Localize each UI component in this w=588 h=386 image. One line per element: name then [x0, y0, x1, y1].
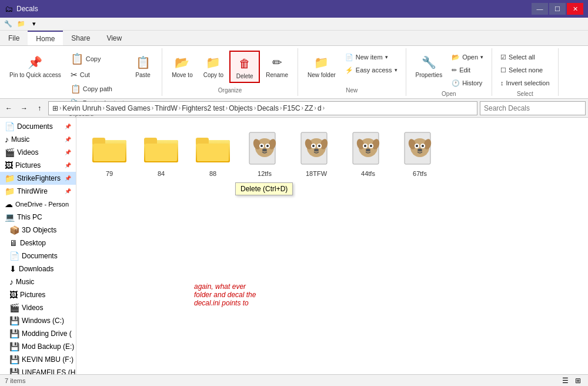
new-folder-icon: 📁 [312, 53, 331, 72]
close-button[interactable]: ✕ [567, 3, 583, 15]
breadcrumb-kevin[interactable]: Kevin Unruh [62, 104, 101, 112]
gimp-icon-67tfs [401, 130, 439, 168]
title-bar: 🗂 Decals — ☐ ✕ [0, 0, 588, 18]
copy-path-button[interactable]: 📋 Copy path [67, 82, 128, 95]
svg-rect-3 [93, 144, 125, 161]
minimize-button[interactable]: — [532, 3, 548, 15]
breadcrumb-d[interactable]: d [318, 104, 322, 112]
qa-dropdown[interactable]: ▾ [28, 18, 40, 30]
sidebar-item-videos-pinned[interactable]: 🎬 Videos 📌 [0, 146, 76, 159]
videos-icon: 🎬 [5, 148, 15, 157]
breadcrumb-decals[interactable]: Decals [257, 104, 279, 112]
select-all-button[interactable]: ☑ Select all [497, 51, 553, 64]
copy-icon: 📋 [71, 52, 83, 65]
file-name-67tfs: 67tfs [413, 170, 427, 177]
move-icon: 📂 [173, 53, 192, 72]
tab-view[interactable]: View [98, 31, 130, 45]
file-item-79[interactable]: 79 [86, 127, 133, 180]
sidebar-item-3dobjects[interactable]: 📦 3D Objects [0, 224, 76, 237]
sidebar-item-downloads[interactable]: ⬇ Downloads [0, 262, 76, 275]
sidebar-item-pictures-pinned[interactable]: 🖼 Pictures 📌 [0, 159, 76, 172]
back-button[interactable]: ← [2, 102, 15, 115]
copy-button[interactable]: 📋 Copy [67, 51, 128, 67]
sidebar-item-documents[interactable]: 📄 Documents [0, 249, 76, 262]
history-button[interactable]: 🕐 History [448, 76, 487, 89]
copy-to-button[interactable]: 📁 Copy to [199, 51, 228, 81]
details-view-button[interactable]: ⊞ [573, 375, 583, 386]
new-label: New [346, 86, 358, 94]
open-label: Open [442, 89, 456, 97]
organize-group: 📂 Move to 📁 Copy to 🗑 Delete ✏ Rename Or… [162, 48, 298, 96]
folder-svg-79 [92, 134, 126, 164]
breadcrumb-thirdwire[interactable]: ThirdW [155, 104, 178, 112]
sidebar-item-desktop[interactable]: 🖥 Desktop [0, 237, 76, 249]
svg-point-20 [266, 145, 269, 147]
svg-point-30 [318, 145, 320, 147]
file-name-88: 88 [209, 170, 216, 177]
gimp-icon-18tfw [298, 130, 335, 168]
tab-share[interactable]: Share [63, 31, 98, 45]
sidebar-item-unfam[interactable]: 💾 UNFAMFILES (H: [0, 366, 76, 374]
file-item-88[interactable]: 88 [189, 127, 236, 180]
file-item-44tfs[interactable]: 44tfs [345, 127, 392, 180]
gimp-svg-67tfs [402, 131, 437, 167]
address-bar[interactable]: ⊞ › Kevin Unruh › Saved Games › ThirdW ›… [48, 101, 477, 115]
paste-button[interactable]: 📋 Paste [129, 51, 157, 81]
music2-icon: ♪ [9, 277, 14, 287]
sidebar-item-windows-c[interactable]: 💾 Windows (C:) [0, 314, 76, 327]
file-item-12tfs[interactable]: 12tfs [241, 127, 288, 180]
sidebar-item-music-pinned[interactable]: ♪ Music 📌 [0, 133, 76, 146]
new-folder-button[interactable]: 📁 New folder [303, 51, 340, 81]
edit-button[interactable]: ✏ Edit [448, 64, 487, 76]
properties-button[interactable]: 🔧 Properties [411, 51, 447, 81]
delete-button[interactable]: 🗑 Delete [229, 51, 260, 83]
gimp-svg-12tfs [247, 131, 282, 167]
sidebar-item-videos[interactable]: 🎬 Videos [0, 301, 76, 314]
sidebar-item-mod-backup[interactable]: 💾 Mod Backup (E:) [0, 340, 76, 353]
breadcrumb-f15c[interactable]: F15C [283, 104, 300, 112]
sidebar-item-strikefighters[interactable]: 📁 StrikeFighters 📌 [0, 172, 76, 185]
file-item-84[interactable]: 84 [138, 127, 185, 180]
breadcrumb-home[interactable]: ⊞ [52, 104, 58, 112]
sidebar-item-modding[interactable]: 💾 Modding Drive ( [0, 327, 76, 340]
open-button[interactable]: 📂 Open ▾ [448, 51, 487, 64]
sidebar-item-thirdwire[interactable]: 📁 ThirdWire 📌 [0, 185, 76, 198]
search-input[interactable] [480, 101, 586, 115]
sidebar-item-music[interactable]: ♪ Music [0, 275, 76, 288]
forward-button[interactable]: → [18, 102, 31, 115]
rename-button[interactable]: ✏ Rename [261, 51, 293, 81]
breadcrumb-saved-games[interactable]: Saved Games [106, 104, 151, 112]
invert-selection-button[interactable]: ↕ Invert selection [497, 76, 553, 89]
up-button[interactable]: ↑ [33, 102, 46, 115]
qa-properties[interactable]: 🔧 [2, 18, 14, 30]
music-icon: ♪ [5, 135, 9, 144]
breadcrumb-zz[interactable]: ZZ [305, 104, 313, 112]
pin-to-quick-button[interactable]: 📌 Pin to Quick access [5, 51, 66, 81]
cut-button[interactable]: ✂ Cut [67, 68, 128, 81]
sidebar-item-kevin-mbu[interactable]: 💾 KEVIN MBU (F:) [0, 353, 76, 366]
file-item-67tfs[interactable]: 67tfs [396, 127, 443, 180]
file-item-18tfw[interactable]: 18TFW [293, 127, 340, 180]
sidebar-item-documents-pinned[interactable]: 📄 Documents 📌 [0, 120, 76, 133]
properties-icon: 🔧 [419, 53, 438, 72]
tab-file[interactable]: File [0, 31, 28, 45]
tab-home[interactable]: Home [28, 31, 63, 45]
main-content: 📄 Documents 📌 ♪ Music 📌 🎬 Videos 📌 🖼 Pic… [0, 118, 588, 374]
qa-new-folder[interactable]: 📁 [15, 18, 27, 30]
new-item-button[interactable]: 📄 New item ▾ [342, 51, 401, 64]
breadcrumb-fighters[interactable]: Fighters2 test [182, 104, 225, 112]
folder-svg-88 [196, 134, 230, 164]
list-view-button[interactable]: ☰ [560, 375, 570, 386]
sidebar-item-onedrive[interactable]: ☁ OneDrive - Person [0, 198, 76, 211]
move-to-button[interactable]: 📂 Move to [167, 51, 198, 81]
maximize-button[interactable]: ☐ [549, 3, 566, 15]
file-area: Delete (Ctrl+D) [76, 118, 588, 374]
file-name-79: 79 [106, 170, 113, 177]
breadcrumb-objects[interactable]: Objects [229, 104, 253, 112]
select-none-button[interactable]: ☐ Select none [497, 64, 553, 76]
sidebar-item-thispc[interactable]: 💻 This PC [0, 211, 76, 224]
sidebar-item-pictures[interactable]: 🖼 Pictures [0, 288, 76, 301]
easy-access-button[interactable]: ⚡ Easy access ▾ [342, 64, 401, 76]
unfam-icon: 💾 [9, 368, 19, 374]
sidebar: 📄 Documents 📌 ♪ Music 📌 🎬 Videos 📌 🖼 Pic… [0, 118, 76, 374]
